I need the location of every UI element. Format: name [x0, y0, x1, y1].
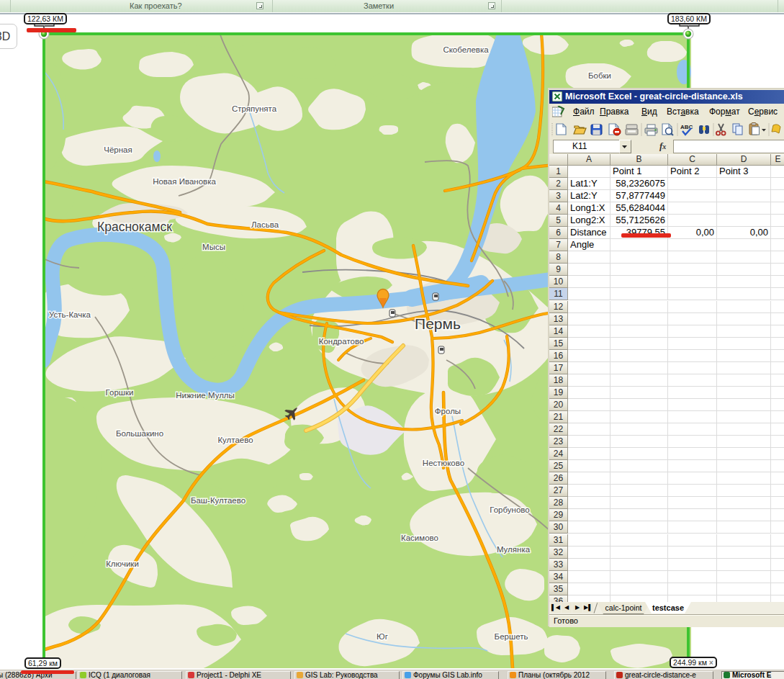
svg-text:Бобки: Бобки — [588, 71, 611, 80]
svg-text:Мысы: Мысы — [202, 243, 225, 251]
svg-text:Большакино: Большакино — [116, 429, 163, 438]
svg-text:Фролы: Фролы — [435, 407, 461, 415]
svg-text:Ласьва: Ласьва — [251, 220, 279, 229]
svg-text:Баш-Култаево: Баш-Култаево — [191, 496, 245, 505]
svg-text:Кондратово: Кондратово — [319, 337, 364, 346]
svg-text:Касимово: Касимово — [401, 534, 438, 542]
svg-text:Новая Ивановка: Новая Ивановка — [153, 177, 216, 186]
svg-text:Стряпунята: Стряпунята — [232, 104, 277, 113]
svg-text:Ключики: Ключики — [106, 559, 139, 568]
svg-text:Скобелевка: Скобелевка — [443, 45, 489, 54]
svg-text:Горбуново: Горбуново — [490, 505, 529, 514]
svg-text:Горшки: Горшки — [106, 388, 134, 397]
svg-text:Юг: Юг — [377, 632, 388, 641]
svg-text:Мулянка: Мулянка — [497, 545, 531, 554]
svg-text:Пермь: Пермь — [415, 315, 461, 332]
svg-text:Краснокамск: Краснокамск — [97, 220, 172, 234]
svg-text:Нестюково: Нестюково — [423, 459, 464, 467]
svg-text:Нижние Муллы: Нижние Муллы — [176, 391, 235, 400]
svg-text:Култаево: Култаево — [217, 436, 253, 444]
svg-text:Чёрная: Чёрная — [104, 145, 132, 154]
svg-text:Бершеть: Бершеть — [495, 632, 528, 641]
svg-text:Усть-Качка: Усть-Качка — [49, 310, 91, 319]
